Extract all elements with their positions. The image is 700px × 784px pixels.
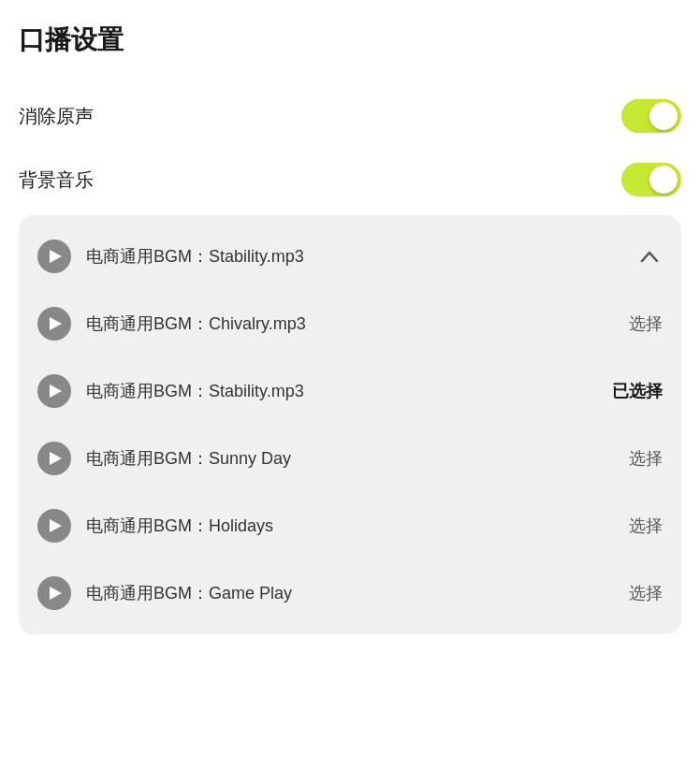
- select-button[interactable]: 选择: [606, 582, 663, 604]
- music-list-item: 电商通用BGM：Game Play选择: [19, 559, 681, 627]
- play-icon: [50, 452, 62, 465]
- remove-original-label: 消除原声: [19, 104, 94, 129]
- select-button[interactable]: 选择: [606, 515, 663, 537]
- play-icon: [50, 587, 62, 600]
- music-name: 电商通用BGM：Chivalry.mp3: [86, 312, 606, 335]
- music-list-item: 电商通用BGM：Stability.mp3: [19, 223, 681, 290]
- play-button-bgm2[interactable]: [37, 307, 71, 341]
- select-button[interactable]: 选择: [606, 312, 663, 335]
- music-name: 电商通用BGM：Holidays: [86, 515, 606, 537]
- background-music-setting: 背景音乐: [19, 152, 681, 208]
- remove-original-setting: 消除原声: [19, 88, 681, 144]
- select-button[interactable]: 选择: [606, 447, 663, 470]
- play-button-bgm5[interactable]: [37, 509, 71, 543]
- music-list-item: 电商通用BGM：Chivalry.mp3选择: [19, 290, 681, 357]
- play-button-bgm6[interactable]: [37, 576, 71, 610]
- page-title: 口播设置: [19, 22, 681, 58]
- toggle-track: [621, 99, 681, 133]
- selected-label[interactable]: 已选择: [606, 380, 663, 402]
- play-icon: [50, 385, 62, 398]
- toggle-thumb: [649, 102, 678, 130]
- play-button-bgm4[interactable]: [37, 442, 71, 475]
- remove-original-toggle[interactable]: [621, 99, 681, 133]
- play-icon: [50, 317, 62, 330]
- play-button-bgm3[interactable]: [37, 374, 71, 408]
- collapse-button[interactable]: [636, 243, 663, 269]
- music-list-item: 电商通用BGM：Sunny Day选择: [19, 425, 681, 492]
- play-button-bgm1[interactable]: [37, 240, 71, 273]
- toggle-track-2: [621, 163, 681, 196]
- play-icon: [50, 250, 62, 263]
- play-icon: [50, 519, 62, 532]
- toggle-thumb-2: [649, 166, 678, 194]
- chevron-up-icon[interactable]: [636, 243, 663, 269]
- background-music-label: 背景音乐: [19, 167, 94, 193]
- music-name: 电商通用BGM：Stability.mp3: [86, 380, 606, 402]
- music-name: 电商通用BGM：Game Play: [86, 582, 606, 604]
- background-music-toggle[interactable]: [621, 163, 681, 196]
- music-name: 电商通用BGM：Sunny Day: [86, 447, 606, 470]
- music-list-item: 电商通用BGM：Stability.mp3已选择: [19, 357, 681, 425]
- music-list: 电商通用BGM：Stability.mp3电商通用BGM：Chivalry.mp…: [19, 215, 681, 634]
- music-list-item: 电商通用BGM：Holidays选择: [19, 492, 681, 559]
- music-name: 电商通用BGM：Stability.mp3: [86, 245, 636, 268]
